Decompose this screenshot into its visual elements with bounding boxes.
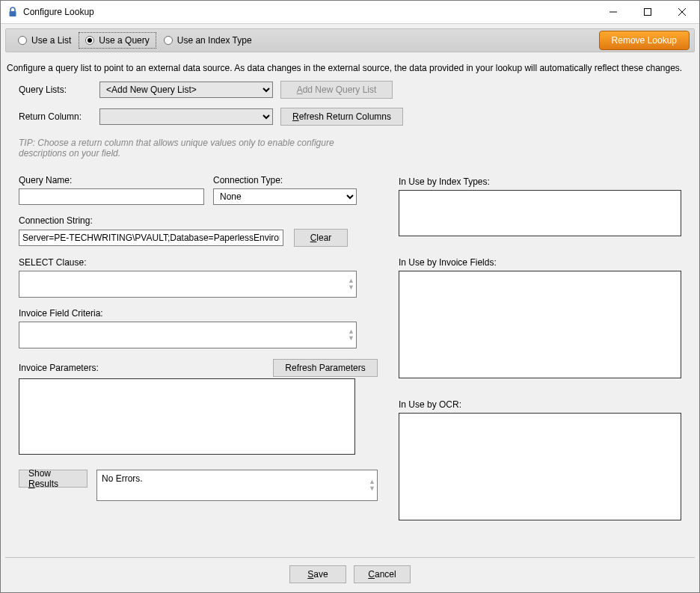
- connection-string-input[interactable]: [19, 230, 283, 246]
- query-lists-label: Query Lists:: [19, 85, 92, 95]
- in-use-invoice-fields-box[interactable]: [399, 271, 681, 378]
- mode-radio-group: Use a List Use a Query Use an Index Type: [12, 32, 258, 49]
- cancel-button[interactable]: Cancel: [354, 565, 411, 583]
- invoice-parameters-box[interactable]: [19, 378, 355, 455]
- titlebar: Configure Lookup: [1, 1, 699, 24]
- refresh-return-columns-button[interactable]: Refresh Return Columns: [280, 108, 403, 126]
- window: Configure Lookup Use a List Use a Query: [0, 0, 700, 593]
- mode-ribbon: Use a List Use a Query Use an Index Type…: [5, 28, 695, 52]
- select-clause-input[interactable]: ▲▼: [19, 271, 357, 298]
- maximize-button[interactable]: [630, 1, 665, 23]
- window-title: Configure Lookup: [23, 7, 94, 17]
- clear-connection-string-button[interactable]: Clear: [294, 229, 348, 247]
- add-query-list-button[interactable]: Add New Query List: [280, 81, 393, 99]
- show-results-button[interactable]: Show Results: [19, 470, 88, 488]
- invoice-params-label: Invoice Parameters:: [19, 363, 99, 373]
- remove-lookup-button[interactable]: Remove Lookup: [599, 31, 690, 50]
- scroll-arrows-icon: ▲▼: [348, 277, 354, 291]
- query-name-label: Query Name:: [19, 175, 204, 185]
- query-name-input[interactable]: [19, 188, 204, 205]
- return-column-label: Return Column:: [19, 111, 92, 122]
- save-button[interactable]: Save: [289, 565, 346, 583]
- close-button[interactable]: [665, 1, 699, 23]
- radio-use-list-label: Use a List: [31, 35, 71, 46]
- in-use-ocr-box[interactable]: [399, 413, 681, 520]
- lock-icon: [7, 6, 19, 18]
- invoice-criteria-input[interactable]: ▲▼: [19, 322, 357, 348]
- connection-type-label: Connection Type:: [213, 175, 357, 185]
- radio-use-index-label: Use an Index Type: [177, 35, 252, 46]
- description-text: Configure a query list to point to an ex…: [7, 63, 693, 73]
- minimize-button[interactable]: [596, 1, 630, 23]
- refresh-parameters-button[interactable]: Refresh Parameters: [273, 359, 378, 377]
- results-status-text: No Errors.: [102, 473, 143, 484]
- connection-string-label: Connection String:: [19, 215, 378, 226]
- scroll-arrows-icon: ▲▼: [348, 328, 354, 342]
- tip-text: TIP: Choose a return column that allows …: [19, 138, 378, 159]
- results-status-box: No Errors. ▲▼: [96, 470, 378, 501]
- radio-use-query[interactable]: Use a Query: [79, 32, 156, 49]
- radio-use-list[interactable]: Use a List: [12, 32, 77, 49]
- radio-use-query-label: Use a Query: [99, 35, 149, 46]
- svg-rect-0: [10, 11, 16, 16]
- connection-type-select[interactable]: None: [213, 188, 357, 205]
- in-use-index-types-box[interactable]: [399, 190, 681, 236]
- svg-rect-2: [645, 9, 651, 16]
- scroll-arrows-icon: ▲▼: [369, 479, 375, 492]
- query-lists-select[interactable]: <Add New Query List>: [99, 82, 273, 98]
- invoice-criteria-label: Invoice Field Criteria:: [19, 308, 378, 319]
- select-clause-label: SELECT Clause:: [19, 257, 378, 268]
- return-column-select[interactable]: [99, 108, 273, 125]
- in-use-ocr-label: In Use by OCR:: [399, 399, 681, 410]
- remove-lookup-label: Remove Lookup: [612, 35, 677, 46]
- radio-use-index[interactable]: Use an Index Type: [158, 32, 258, 49]
- add-query-list-label-rest: dd New Query List: [303, 85, 377, 95]
- in-use-index-types-label: In Use by Index Types:: [399, 176, 681, 187]
- in-use-invoice-fields-label: In Use by Invoice Fields:: [399, 257, 681, 268]
